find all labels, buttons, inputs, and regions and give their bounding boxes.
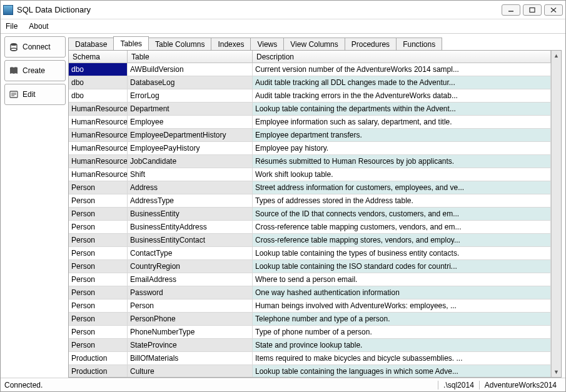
cell-schema[interactable]: HumanResources [69,103,128,115]
table-row[interactable]: PersonBusinessEntityContactCross-referen… [69,234,551,247]
cell-description[interactable]: Lookup table containing the ISO standard… [253,260,551,273]
cell-schema[interactable]: Person [69,299,128,312]
table-row[interactable]: HumanResourcesEmployeeEmployee informati… [69,116,551,129]
cell-table[interactable]: ContactType [128,247,253,259]
cell-table[interactable]: Shift [128,168,253,181]
cell-schema[interactable]: Production [69,352,128,364]
cell-table[interactable]: EmployeePayHistory [128,142,253,154]
cell-schema[interactable]: dbo [69,63,128,76]
connect-button[interactable]: Connect [4,36,66,58]
cell-description[interactable]: State and province lookup table. [253,339,551,351]
cell-schema[interactable]: Person [69,234,128,246]
cell-schema[interactable]: HumanResources [69,116,128,128]
scroll-down-icon[interactable]: ▼ [552,367,562,377]
cell-table[interactable]: Address [128,181,253,194]
cell-table[interactable]: Employee [128,116,253,128]
tab-indexes[interactable]: Indexes [211,38,251,51]
cell-schema[interactable]: Person [69,313,128,325]
cell-description[interactable]: Type of phone number of a person. [253,326,551,338]
cell-table[interactable]: ErrorLog [128,89,253,102]
table-row[interactable]: HumanResourcesShiftWork shift lookup tab… [69,168,551,181]
cell-description[interactable]: Lookup table containing the departments … [253,103,551,115]
cell-schema[interactable]: Person [69,181,128,194]
cell-description[interactable]: One way hashed authentication informatio… [253,286,551,299]
tab-view-columns[interactable]: View Columns [283,38,345,51]
cell-description[interactable]: Employee department transfers. [253,129,551,141]
table-row[interactable]: PersonPersonHuman beings involved with A… [69,299,551,313]
cell-description[interactable]: Source of the ID that connects vendors, … [253,208,551,220]
cell-description[interactable]: Current version number of the AdventureW… [253,63,551,76]
table-row[interactable]: dboErrorLogAudit table tracking errors i… [69,89,551,103]
cell-description[interactable]: Employee pay history. [253,142,551,154]
cell-description[interactable]: Cross-reference table mapping customers,… [253,221,551,233]
cell-description[interactable]: Types of addresses stored in the Address… [253,194,551,207]
cell-description[interactable]: Where to send a person email. [253,273,551,286]
tab-functions[interactable]: Functions [396,38,442,51]
cell-table[interactable]: Culture [128,365,253,377]
menu-about[interactable]: About [29,22,48,31]
col-header-table[interactable]: Table [128,51,253,63]
cell-schema[interactable]: Person [69,260,128,273]
cell-table[interactable]: EmailAddress [128,273,253,286]
cell-schema[interactable]: Production [69,365,128,377]
cell-schema[interactable]: dbo [69,89,128,102]
cell-schema[interactable]: HumanResources [69,168,128,181]
table-row[interactable]: PersonPhoneNumberTypeType of phone numbe… [69,326,551,339]
cell-schema[interactable]: Person [69,326,128,338]
cell-description[interactable]: Audit table tracking errors in the the A… [253,89,551,102]
table-row[interactable]: PersonStateProvinceState and province lo… [69,339,551,352]
table-row[interactable]: HumanResourcesJobCandidateRésumés submit… [69,155,551,168]
tab-database[interactable]: Database [68,38,114,51]
col-header-schema[interactable]: Schema [69,51,128,63]
tab-table-columns[interactable]: Table Columns [148,38,211,51]
cell-table[interactable]: DatabaseLog [128,76,253,89]
cell-table[interactable]: Password [128,286,253,299]
table-row[interactable]: ProductionCultureLookup table containing… [69,365,551,377]
table-row[interactable]: HumanResourcesDepartmentLookup table con… [69,103,551,116]
cell-schema[interactable]: Person [69,247,128,259]
cell-table[interactable]: BusinessEntityAddress [128,221,253,233]
cell-table[interactable]: BusinessEntity [128,208,253,220]
maximize-button[interactable] [523,4,542,16]
table-row[interactable]: PersonBusinessEntityAddressCross-referen… [69,221,551,234]
cell-description[interactable]: Human beings involved with AdventureWork… [253,299,551,312]
col-header-description[interactable]: Description [253,51,551,63]
cell-table[interactable]: BillOfMaterials [128,352,253,364]
cell-table[interactable]: AWBuildVersion [128,63,253,76]
cell-table[interactable]: JobCandidate [128,155,253,168]
cell-schema[interactable]: Person [69,221,128,233]
cell-schema[interactable]: Person [69,208,128,220]
cell-description[interactable]: Street address information for customers… [253,181,551,194]
table-row[interactable]: PersonContactTypeLookup table containing… [69,247,551,260]
cell-description[interactable]: Cross-reference table mapping stores, ve… [253,234,551,246]
cell-description[interactable]: Work shift lookup table. [253,168,551,181]
cell-table[interactable]: Department [128,103,253,115]
table-row[interactable]: PersonAddressStreet address information … [69,181,551,194]
tab-tables[interactable]: Tables [113,36,149,50]
menu-file[interactable]: File [6,22,18,31]
cell-schema[interactable]: Person [69,273,128,286]
cell-description[interactable]: Employee information such as salary, dep… [253,116,551,128]
table-row[interactable]: dboAWBuildVersionCurrent version number … [69,63,551,76]
table-row[interactable]: PersonAddressTypeTypes of addresses stor… [69,194,551,208]
cell-table[interactable]: Person [128,299,253,312]
close-button[interactable] [544,4,563,16]
table-row[interactable]: PersonPasswordOne way hashed authenticat… [69,286,551,299]
table-row[interactable]: ProductionBillOfMaterialsItems required … [69,352,551,365]
edit-button[interactable]: Edit [4,84,66,105]
cell-table[interactable]: AddressType [128,194,253,207]
cell-table[interactable]: BusinessEntityContact [128,234,253,246]
cell-description[interactable]: Audit table tracking all DDL changes mad… [253,76,551,89]
table-row[interactable]: HumanResourcesEmployeeDepartmentHistoryE… [69,129,551,142]
table-row[interactable]: PersonCountryRegionLookup table containi… [69,260,551,273]
cell-description[interactable]: Lookup table containing the types of bus… [253,247,551,259]
cell-description[interactable]: Items required to make bicycles and bicy… [253,352,551,364]
table-row[interactable]: dboDatabaseLogAudit table tracking all D… [69,76,551,89]
tab-procedures[interactable]: Procedures [345,38,397,51]
cell-schema[interactable]: Person [69,339,128,351]
table-row[interactable]: PersonEmailAddressWhere to send a person… [69,273,551,286]
table-row[interactable]: PersonBusinessEntitySource of the ID tha… [69,208,551,221]
create-button[interactable]: Create [4,60,66,81]
minimize-button[interactable] [502,4,520,16]
cell-table[interactable]: PersonPhone [128,313,253,325]
